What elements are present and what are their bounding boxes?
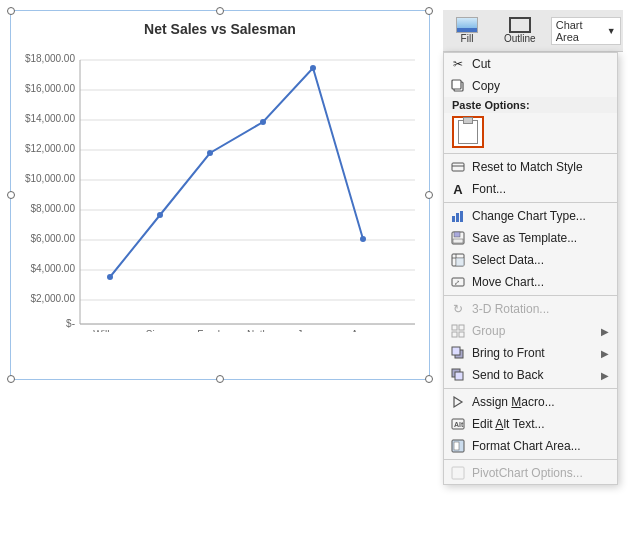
- send-to-back-label: Send to Back: [472, 368, 595, 382]
- svg-point-23: [157, 212, 163, 218]
- chart-type-icon: [450, 208, 466, 224]
- handle-top-center[interactable]: [216, 7, 224, 15]
- separator-2: [444, 202, 617, 203]
- cut-item[interactable]: ✂ Cut: [444, 53, 617, 75]
- context-menu-container: Fill Outline Chart Area ▼ ✂ Cut: [443, 10, 623, 485]
- select-data-item[interactable]: Select Data...: [444, 249, 617, 271]
- svg-text:⤢: ⤢: [454, 279, 460, 286]
- pivot-chart-item: PivotChart Options...: [444, 462, 617, 484]
- svg-rect-43: [453, 239, 463, 243]
- svg-rect-62: [454, 442, 459, 450]
- save-template-label: Save as Template...: [472, 231, 609, 245]
- cut-label: Cut: [472, 57, 609, 71]
- svg-text:$16,000.00: $16,000.00: [25, 83, 75, 94]
- bring-to-front-label: Bring to Front: [472, 346, 595, 360]
- svg-rect-40: [460, 211, 463, 222]
- svg-text:$-: $-: [66, 318, 75, 329]
- svg-rect-63: [452, 467, 464, 479]
- svg-text:Am...: Am...: [351, 329, 374, 332]
- separator-3: [444, 295, 617, 296]
- assign-macro-icon: [450, 394, 466, 410]
- svg-point-24: [207, 150, 213, 156]
- rotation-3d-item: ↻ 3-D Rotation...: [444, 298, 617, 320]
- edit-alt-text-item[interactable]: Alt Edit Alt Text...: [444, 413, 617, 435]
- chart-area: Net Sales vs Salesman $18,000.00 $16,000…: [10, 10, 430, 380]
- copy-label: Copy: [472, 79, 609, 93]
- context-menu: ✂ Cut Copy Paste Options:: [443, 52, 618, 485]
- reset-style-label: Reset to Match Style: [472, 160, 609, 174]
- bring-to-front-icon: [450, 345, 466, 361]
- edit-alt-text-label: Edit Alt Text...: [472, 417, 609, 431]
- svg-marker-58: [454, 397, 462, 407]
- svg-text:Simon: Simon: [146, 329, 174, 332]
- outline-button[interactable]: Outline: [499, 14, 541, 47]
- svg-text:$10,000.00: $10,000.00: [25, 173, 75, 184]
- separator-1: [444, 153, 617, 154]
- bring-to-front-item[interactable]: Bring to Front ▶: [444, 342, 617, 364]
- group-icon: [450, 323, 466, 339]
- handle-bot-left[interactable]: [7, 375, 15, 383]
- handle-mid-left[interactable]: [7, 191, 15, 199]
- pivot-chart-icon: [450, 465, 466, 481]
- svg-rect-39: [456, 213, 459, 222]
- svg-text:$14,000.00: $14,000.00: [25, 113, 75, 124]
- svg-text:Wilham: Wilham: [93, 329, 126, 332]
- svg-rect-38: [452, 216, 455, 222]
- send-to-back-icon: [450, 367, 466, 383]
- svg-point-27: [360, 236, 366, 242]
- svg-point-25: [260, 119, 266, 125]
- reset-style-icon: [450, 159, 466, 175]
- pivot-chart-label: PivotChart Options...: [472, 466, 609, 480]
- format-chart-area-item[interactable]: Format Chart Area...: [444, 435, 617, 457]
- group-item: Group ▶: [444, 320, 617, 342]
- svg-rect-42: [454, 232, 460, 237]
- handle-mid-right[interactable]: [425, 191, 433, 199]
- chart-svg: $18,000.00 $16,000.00 $14,000.00 $12,000…: [15, 42, 425, 332]
- svg-rect-53: [459, 332, 464, 337]
- format-chart-area-icon: [450, 438, 466, 454]
- move-chart-item[interactable]: ⤢ Move Chart...: [444, 271, 617, 293]
- separator-5: [444, 459, 617, 460]
- save-template-item[interactable]: Save as Template...: [444, 227, 617, 249]
- svg-text:Nathan: Nathan: [247, 329, 279, 332]
- select-data-icon: [450, 252, 466, 268]
- send-to-back-arrow: ▶: [601, 370, 609, 381]
- change-chart-type-label: Change Chart Type...: [472, 209, 609, 223]
- svg-text:$2,000.00: $2,000.00: [31, 293, 76, 304]
- reset-style-item[interactable]: Reset to Match Style: [444, 156, 617, 178]
- separator-4: [444, 388, 617, 389]
- handle-bot-center[interactable]: [216, 375, 224, 383]
- chart-area-dropdown[interactable]: Chart Area ▼: [551, 17, 621, 45]
- chart-title: Net Sales vs Salesman: [11, 11, 429, 42]
- format-chart-area-label: Format Chart Area...: [472, 439, 609, 453]
- svg-text:$8,000.00: $8,000.00: [31, 203, 76, 214]
- font-label: Font...: [472, 182, 609, 196]
- assign-macro-item[interactable]: Assign Macro...: [444, 391, 617, 413]
- svg-text:$4,000.00: $4,000.00: [31, 263, 76, 274]
- font-item[interactable]: A Font...: [444, 178, 617, 200]
- svg-rect-55: [452, 347, 460, 355]
- paste-option-button[interactable]: [452, 116, 484, 148]
- svg-rect-47: [456, 258, 464, 266]
- group-arrow: ▶: [601, 326, 609, 337]
- svg-text:Frank: Frank: [197, 329, 224, 332]
- bring-to-front-arrow: ▶: [601, 348, 609, 359]
- fill-button[interactable]: Fill: [451, 14, 483, 47]
- copy-icon: [450, 78, 466, 94]
- svg-rect-36: [452, 163, 464, 171]
- svg-rect-52: [452, 332, 457, 337]
- svg-point-22: [107, 274, 113, 280]
- chevron-down-icon: ▼: [607, 26, 616, 36]
- send-to-back-item[interactable]: Send to Back ▶: [444, 364, 617, 386]
- font-icon: A: [450, 181, 466, 197]
- handle-top-left[interactable]: [7, 7, 15, 15]
- svg-text:$18,000.00: $18,000.00: [25, 53, 75, 64]
- handle-top-right[interactable]: [425, 7, 433, 15]
- copy-item[interactable]: Copy: [444, 75, 617, 97]
- outline-label: Outline: [504, 33, 536, 44]
- change-chart-type-item[interactable]: Change Chart Type...: [444, 205, 617, 227]
- handle-bot-right[interactable]: [425, 375, 433, 383]
- paste-clipboard-icon: [458, 120, 478, 144]
- svg-rect-57: [455, 372, 463, 380]
- move-chart-icon: ⤢: [450, 274, 466, 290]
